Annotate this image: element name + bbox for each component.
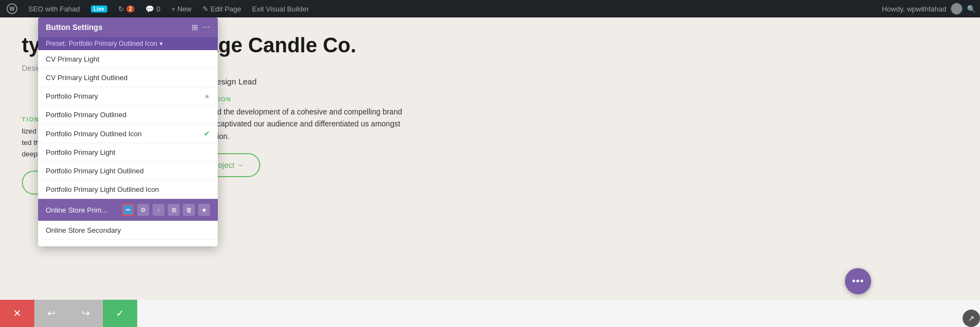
- fab-dots-icon: •••: [852, 276, 864, 287]
- preset-item-portfolio-primary-outlined[interactable]: Portfolio Primary Outlined: [38, 106, 218, 124]
- preset-dropdown-arrow: ▾: [160, 40, 163, 47]
- preset-item-portfolio-primary-outlined-icon[interactable]: Portfolio Primary Outlined Icon ✔: [38, 124, 218, 143]
- admin-bar-right: Howdy, wpwithfahad 🔍: [882, 3, 976, 15]
- button-settings-panel: Select A Preset Button Settings ⊞ ⋯ Pres…: [38, 17, 218, 246]
- search-icon[interactable]: 🔍: [967, 5, 976, 13]
- comments-item[interactable]: 💬 0: [143, 0, 162, 17]
- panel-header-icons: ⊞ ⋯: [192, 23, 210, 32]
- new-button[interactable]: + New: [169, 0, 193, 17]
- settings-action-icon[interactable]: ⚙: [137, 204, 149, 216]
- star-action-icon[interactable]: ★: [198, 204, 210, 216]
- confirm-button[interactable]: ✓: [103, 300, 137, 327]
- live-badge: Live: [91, 5, 107, 13]
- cancel-button[interactable]: ✕: [0, 300, 34, 327]
- trash-action-icon[interactable]: 🗑: [183, 204, 195, 216]
- fab-button[interactable]: •••: [845, 268, 871, 294]
- admin-bar: W SEO with Fahad Live ↻ 2 💬 0 + New ✎ Ed…: [0, 0, 980, 17]
- drag-handle[interactable]: ↗: [963, 310, 980, 327]
- panel-header: Button Settings ⊞ ⋯: [38, 17, 218, 37]
- panel-grid-icon[interactable]: ⊞: [192, 23, 198, 32]
- preset-bar-label: Preset:: [46, 40, 66, 47]
- avatar[interactable]: [951, 3, 963, 15]
- panel-preset-bar[interactable]: Preset: Portfolio Primary Outlined Icon …: [38, 37, 218, 50]
- preset-item-cv-primary-light[interactable]: CV Primary Light: [38, 50, 218, 69]
- preset-item-portfolio-primary-light-outlined-icon[interactable]: Portfolio Primary Light Outlined Icon: [38, 180, 218, 199]
- panel-title: Button Settings: [46, 23, 102, 32]
- preset-item-online-store-tertiary-dark[interactable]: Online Store Tertiary Dark: [38, 240, 218, 246]
- updates-item[interactable]: ↻ 2: [116, 0, 137, 17]
- active-item-actions: ✏ ⚙ ↑ ⊞ 🗑 ★: [122, 204, 210, 216]
- preset-item-portfolio-primary-light[interactable]: Portfolio Primary Light: [38, 143, 218, 162]
- preset-item-online-store-secondary[interactable]: Online Store Secondary: [38, 221, 218, 240]
- edit-page-link[interactable]: ✎ Edit Page: [200, 0, 243, 17]
- export-action-icon[interactable]: ↑: [152, 204, 164, 216]
- exit-builder-link[interactable]: Exit Visual Builder: [250, 0, 311, 17]
- undo-button[interactable]: ↩: [34, 300, 69, 327]
- preset-item-online-store-primary[interactable]: Online Store Prim... ✏ ⚙ ↑ ⊞ 🗑 ★: [38, 199, 218, 221]
- preset-item-portfolio-primary-light-outlined[interactable]: Portfolio Primary Light Outlined: [38, 162, 218, 180]
- check-icon: ✔: [204, 129, 210, 138]
- preset-list: CV Primary Light CV Primary Light Outlin…: [38, 50, 218, 246]
- howdy-text: Howdy, wpwithfahad: [882, 5, 946, 13]
- site-title[interactable]: SEO with Fahad: [26, 0, 82, 17]
- live-badge-item[interactable]: Live: [89, 0, 109, 17]
- redo-button[interactable]: ↪: [69, 300, 103, 327]
- svg-text:W: W: [9, 6, 15, 12]
- bottom-toolbar: ✕ ↩ ↪ ✓: [0, 300, 980, 327]
- preset-item-cv-primary-light-outlined[interactable]: CV Primary Light Outlined: [38, 69, 218, 87]
- star-icon: ★: [204, 93, 210, 100]
- panel-more-icon[interactable]: ⋯: [203, 23, 210, 32]
- copy-action-icon[interactable]: ⊞: [168, 204, 180, 216]
- drag-handle-icon: ↗: [968, 314, 975, 323]
- edit-action-icon[interactable]: ✏: [122, 204, 134, 216]
- updates-count: 2: [126, 5, 135, 13]
- wp-logo[interactable]: W: [4, 0, 20, 17]
- preset-bar-value: Portfolio Primary Outlined Icon: [69, 40, 157, 47]
- preset-item-portfolio-primary[interactable]: Portfolio Primary ★: [38, 87, 218, 106]
